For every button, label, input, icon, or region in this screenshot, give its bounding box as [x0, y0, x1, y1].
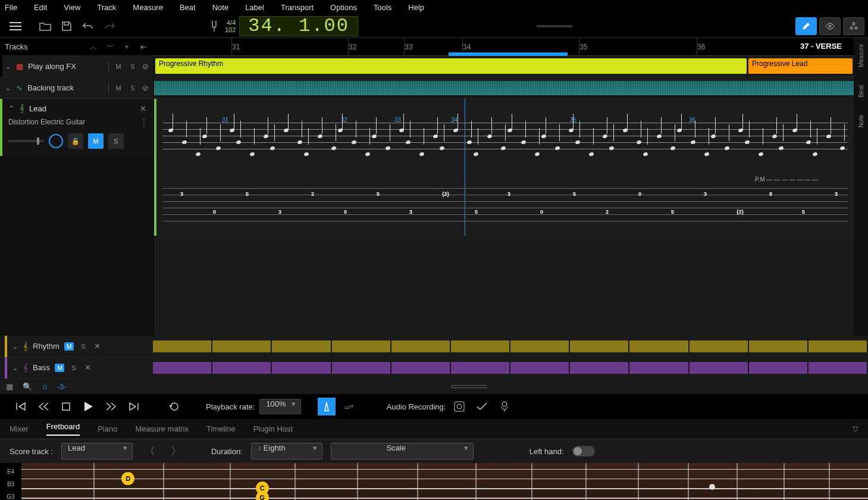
visibility-icon[interactable]: ⊘: [142, 83, 149, 92]
clip-progressive-rhythm[interactable]: Progressive Rhythm: [155, 58, 747, 74]
track-up-icon[interactable]: ︿: [88, 42, 99, 52]
mute-button[interactable]: M: [88, 133, 104, 149]
close-icon[interactable]: ✕: [138, 104, 148, 113]
menu-beat[interactable]: Beat: [180, 3, 196, 12]
tab-measure-matrix[interactable]: Measure matrix: [135, 424, 189, 433]
menu-file[interactable]: File: [5, 3, 17, 12]
visibility-icon[interactable]: ⊘: [142, 62, 149, 71]
forward-icon[interactable]: [102, 398, 120, 415]
tab-timeline[interactable]: Timeline: [206, 424, 236, 433]
zoom-icon[interactable]: 🔍: [23, 382, 32, 391]
menu-view[interactable]: View: [64, 3, 80, 12]
play-icon[interactable]: [80, 398, 98, 415]
track-bass[interactable]: ⌄ 𝄞 Bass M S ✕: [0, 357, 868, 379]
next-icon[interactable]: 〉: [167, 444, 185, 458]
clip-row-fx: Progressive Rhythm Progressive Lead: [154, 56, 854, 77]
bass-blocks: [152, 357, 868, 379]
pan-knob[interactable]: [49, 134, 63, 148]
fretboard-neck[interactable]: DCCG: [21, 463, 868, 500]
beat-tab[interactable]: Beat: [858, 85, 864, 98]
clip-progressive-lead[interactable]: Progressive Lead: [748, 58, 853, 74]
tuning-fork-icon[interactable]: [203, 17, 225, 36]
add-track-icon[interactable]: +: [121, 42, 132, 52]
settings-icon[interactable]: [843, 17, 864, 35]
track-rhythm[interactable]: ⌄ 𝄞 Rhythm M S ✕: [0, 336, 868, 357]
solo-button[interactable]: S: [108, 133, 124, 149]
track-play-along-fx[interactable]: ⌄ ▦ Play along FX M S ⊘: [0, 56, 153, 77]
mute-button[interactable]: M: [114, 63, 123, 70]
fretboard[interactable]: E4 B3 G3 D3 A2 E2 DCCG: [0, 463, 868, 500]
timeline-area[interactable]: 31 32 33 34 35 36 37 - VERSE Progressive…: [154, 38, 854, 336]
scale-select[interactable]: Scale: [331, 443, 474, 460]
left-hand-toggle[interactable]: [572, 446, 595, 457]
save-icon[interactable]: [56, 17, 77, 36]
mute-button[interactable]: M: [114, 85, 123, 92]
redo-icon[interactable]: [99, 17, 120, 36]
timeline-ruler[interactable]: 31 32 33 34 35 36 37 - VERSE: [154, 38, 854, 56]
lock-icon[interactable]: 🔒: [68, 133, 83, 149]
rewind-icon[interactable]: [35, 398, 52, 415]
open-icon[interactable]: [35, 17, 56, 36]
close-icon[interactable]: ✕: [83, 363, 93, 372]
solo-button[interactable]: S: [69, 364, 79, 371]
filter-icon[interactable]: ▽: [853, 424, 858, 433]
skip-end-icon[interactable]: [125, 398, 143, 415]
finger-marker[interactable]: G: [256, 491, 269, 500]
tab-plugin-host[interactable]: Plugin Host: [253, 424, 293, 433]
playback-rate-select[interactable]: 100%: [259, 399, 300, 414]
mute-button[interactable]: M: [55, 364, 64, 372]
stop-icon[interactable]: [57, 398, 75, 415]
menu-track[interactable]: Track: [97, 3, 116, 12]
duration-select[interactable]: ♪ Eighth: [251, 443, 322, 460]
menu-transport[interactable]: Transport: [281, 3, 314, 12]
menu-options[interactable]: Options: [330, 3, 357, 12]
mute-button[interactable]: M: [64, 342, 74, 351]
mic-settings-icon[interactable]: [496, 398, 513, 415]
menu-note[interactable]: Note: [212, 3, 228, 12]
grid-icon[interactable]: ▦: [6, 382, 13, 391]
tab-piano[interactable]: Piano: [98, 424, 117, 433]
finger-marker[interactable]: D: [121, 472, 134, 485]
time-signature[interactable]: 4/4 102: [225, 19, 239, 33]
drag-handle[interactable]: [451, 385, 487, 388]
note-tab[interactable]: Note: [858, 115, 864, 127]
collapse-icon[interactable]: ⇤: [138, 42, 149, 52]
prev-icon[interactable]: 〈: [141, 444, 159, 458]
track-backing[interactable]: ⌄ ∿ Backing track M S ⊘: [0, 77, 153, 99]
undo-icon[interactable]: [77, 17, 99, 36]
waveform-row[interactable]: [154, 77, 854, 99]
solo-button[interactable]: S: [128, 63, 137, 70]
score-track-select[interactable]: Lead: [61, 443, 133, 460]
volume-slider[interactable]: [8, 140, 44, 142]
notation-view[interactable]: 31 32 33 34 35 36 P.M — — — — — — — 3053…: [154, 99, 854, 236]
menu-label[interactable]: Label: [245, 3, 264, 12]
hamburger-button[interactable]: [4, 17, 27, 36]
track-lead[interactable]: ⌃ 𝄞 Lead ✕ Distortion Electric Guitar ⋮ …: [0, 99, 153, 156]
edit-mode-button[interactable]: [795, 17, 817, 35]
menu-help[interactable]: Help: [408, 3, 424, 12]
tab-fretboard[interactable]: Fretboard: [46, 422, 80, 436]
volume-slider[interactable]: [537, 25, 572, 27]
track-down-icon[interactable]: ﹀: [105, 42, 115, 52]
view-mode-button[interactable]: [819, 17, 841, 35]
triplet-icon[interactable]: -3-: [57, 382, 67, 391]
solo-button[interactable]: S: [79, 343, 88, 350]
transport-bar: Playback rate: 100% ₁₂³⁴ Audio Recording…: [0, 394, 868, 419]
menu-edit[interactable]: Edit: [34, 3, 47, 12]
close-icon[interactable]: ✕: [93, 342, 102, 351]
svg-point-7: [502, 402, 507, 407]
tab-mixer[interactable]: Mixer: [10, 424, 29, 433]
metronome-button[interactable]: [318, 398, 336, 415]
notes-icon[interactable]: ♫: [42, 382, 48, 391]
skip-start-icon[interactable]: [12, 398, 30, 415]
record-icon[interactable]: [450, 398, 468, 415]
loop-icon[interactable]: [165, 398, 183, 415]
measure-tab[interactable]: Measure: [858, 44, 864, 67]
more-icon[interactable]: ⋮: [140, 118, 148, 126]
menu-measure[interactable]: Measure: [133, 3, 163, 12]
position-counter[interactable]: 34. 1.00: [239, 16, 358, 36]
solo-button[interactable]: S: [128, 85, 137, 92]
countdown-icon[interactable]: ₁₂³⁴: [340, 398, 358, 415]
check-icon[interactable]: [473, 398, 491, 415]
menu-tools[interactable]: Tools: [374, 3, 391, 12]
